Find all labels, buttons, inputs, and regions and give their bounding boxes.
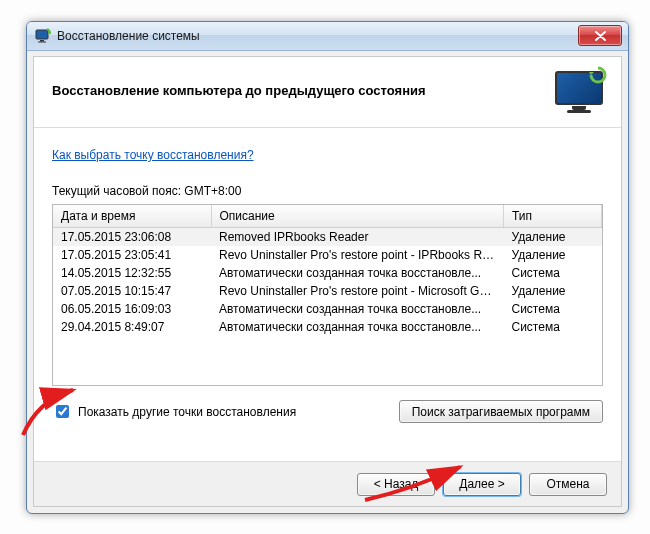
svg-rect-0 [36,30,48,39]
next-button[interactable]: Далее > [443,473,521,496]
show-more-label: Показать другие точки восстановления [78,405,296,419]
page-title: Восстановление компьютера до предыдущего… [52,83,426,98]
titlebar[interactable]: Восстановление системы [27,22,628,51]
cell-description: Removed IPRbooks Reader [211,228,504,247]
table-row[interactable]: 17.05.2015 23:06:08 Removed IPRbooks Rea… [53,228,602,247]
timezone-label: Текущий часовой пояс: GMT+8:00 [52,184,603,198]
table-row[interactable]: 14.05.2015 12:32:55 Автоматически создан… [53,264,602,282]
cell-description: Revo Uninstaller Pro's restore point - M… [211,282,504,300]
client-area: Восстановление компьютера до предыдущего… [33,56,622,507]
window-title: Восстановление системы [57,29,200,43]
affected-programs-button[interactable]: Поиск затрагиваемых программ [399,400,603,423]
cell-datetime: 14.05.2015 12:32:55 [53,264,211,282]
show-more-checkbox-row[interactable]: Показать другие точки восстановления [52,402,296,421]
cancel-button[interactable]: Отмена [529,473,607,496]
cell-type: Система [504,318,602,336]
cell-datetime: 17.05.2015 23:05:41 [53,246,211,264]
back-button[interactable]: < Назад [357,473,435,496]
cell-type: Удаление [504,246,602,264]
app-icon [35,28,51,44]
cell-description: Автоматически созданная точка восстановл… [211,318,504,336]
col-description[interactable]: Описание [211,205,504,228]
table-row[interactable]: 29.04.2015 8:49:07 Автоматически созданн… [53,318,602,336]
cell-description: Автоматически созданная точка восстановл… [211,264,504,282]
close-icon [595,31,606,41]
table-row[interactable]: 17.05.2015 23:05:41 Revo Uninstaller Pro… [53,246,602,264]
restore-illustration-icon [555,71,603,109]
cell-type: Удаление [504,228,602,247]
svg-rect-2 [38,42,46,43]
wizard-footer: < Назад Далее > Отмена [34,461,621,506]
show-more-checkbox[interactable] [56,405,69,418]
table-row[interactable]: 07.05.2015 10:15:47 Revo Uninstaller Pro… [53,282,602,300]
cell-datetime: 06.05.2015 16:09:03 [53,300,211,318]
cell-type: Система [504,264,602,282]
cell-description: Revo Uninstaller Pro's restore point - I… [211,246,504,264]
cell-datetime: 17.05.2015 23:06:08 [53,228,211,247]
close-button[interactable] [578,25,622,46]
cell-datetime: 07.05.2015 10:15:47 [53,282,211,300]
col-type[interactable]: Тип [504,205,602,228]
cell-type: Система [504,300,602,318]
cell-type: Удаление [504,282,602,300]
wizard-header: Восстановление компьютера до предыдущего… [34,57,621,128]
cell-description: Автоматически созданная точка восстановл… [211,300,504,318]
svg-rect-1 [40,40,44,42]
restore-points-table[interactable]: Дата и время Описание Тип 17.05.2015 23:… [52,204,603,386]
table-row[interactable]: 06.05.2015 16:09:03 Автоматически создан… [53,300,602,318]
col-datetime[interactable]: Дата и время [53,205,211,228]
system-restore-window: Восстановление системы Восстановление ко… [26,21,629,514]
help-link[interactable]: Как выбрать точку восстановления? [52,148,254,162]
cell-datetime: 29.04.2015 8:49:07 [53,318,211,336]
